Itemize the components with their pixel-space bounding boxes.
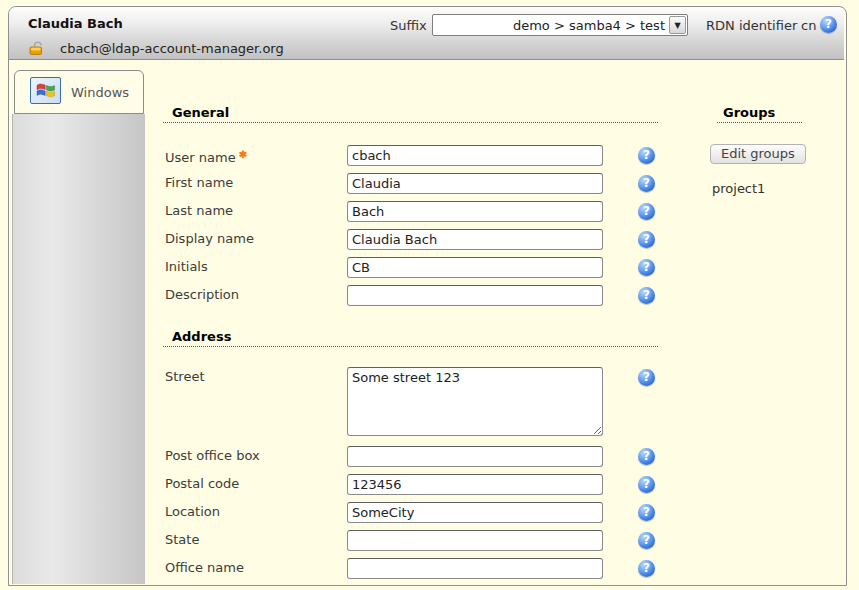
- field-label: Description: [165, 285, 239, 305]
- help-icon[interactable]: ?: [820, 16, 837, 33]
- field-label: Street: [165, 367, 205, 387]
- help-icon[interactable]: ?: [638, 287, 655, 304]
- lam-account-edit-page: Claudia Bach cbach@ldap-account-manager.…: [0, 0, 859, 590]
- help-icon[interactable]: ?: [638, 560, 655, 577]
- account-dn: cbach@ldap-account-manager.org: [60, 41, 284, 56]
- unlocked-padlock-icon: [29, 41, 47, 58]
- description-input[interactable]: [347, 285, 603, 306]
- tab-windows[interactable]: Windows: [14, 70, 144, 114]
- state-input[interactable]: [347, 530, 603, 551]
- group-member-item: project1: [712, 181, 765, 196]
- field-label: First name: [165, 173, 233, 193]
- rdn-identifier-label: RDN identifier: [706, 18, 797, 33]
- form-row-initials: Initials ?: [165, 257, 695, 279]
- field-label: Post office box: [165, 446, 260, 466]
- help-icon[interactable]: ?: [638, 504, 655, 521]
- form-row-last-name: Last name ?: [165, 201, 695, 223]
- help-icon[interactable]: ?: [638, 532, 655, 549]
- required-marker-icon: ✱: [239, 149, 247, 160]
- field-label: User name✱: [165, 145, 247, 168]
- tab-windows-label: Windows: [71, 85, 129, 100]
- help-icon[interactable]: ?: [638, 231, 655, 248]
- form-row-display-name: Display name ?: [165, 229, 695, 251]
- help-icon[interactable]: ?: [638, 203, 655, 220]
- location-input[interactable]: [347, 502, 603, 523]
- help-icon[interactable]: ?: [638, 369, 655, 386]
- form-row-user-name: User name✱ ?: [165, 145, 695, 167]
- help-icon[interactable]: ?: [638, 147, 655, 164]
- field-label: Initials: [165, 257, 208, 277]
- form-row-description: Description ?: [165, 285, 695, 307]
- field-label: Last name: [165, 201, 233, 221]
- page-title: Claudia Bach: [28, 16, 123, 31]
- suffix-select[interactable]: demo > samba4 > test ▼: [432, 14, 688, 36]
- field-label: Office name: [165, 558, 244, 578]
- form-row-location: Location ?: [165, 502, 695, 524]
- help-icon[interactable]: ?: [638, 448, 655, 465]
- section-heading-groups: Groups: [717, 105, 802, 123]
- tab-column-background: [12, 114, 145, 584]
- field-label: Postal code: [165, 474, 239, 494]
- windows-logo-icon: [30, 77, 61, 104]
- form-row-state: State ?: [165, 530, 695, 552]
- form-row-street: Street ?: [165, 367, 695, 439]
- display-name-input[interactable]: [347, 229, 603, 250]
- chevron-down-icon: ▼: [669, 16, 686, 34]
- form-row-postal-code: Postal code ?: [165, 474, 695, 496]
- form-row-first-name: First name ?: [165, 173, 695, 195]
- form-row-post-office-box: Post office box ?: [165, 446, 695, 468]
- rdn-identifier-value: cn: [801, 18, 816, 33]
- edit-groups-button[interactable]: Edit groups: [710, 144, 806, 164]
- user-name-input[interactable]: [347, 145, 603, 166]
- help-icon[interactable]: ?: [638, 476, 655, 493]
- help-icon[interactable]: ?: [638, 175, 655, 192]
- suffix-label: Suffix: [390, 18, 427, 33]
- post-office-box-input[interactable]: [347, 446, 603, 467]
- form-row-office-name: Office name ?: [165, 558, 695, 580]
- first-name-input[interactable]: [347, 173, 603, 194]
- field-label: Location: [165, 502, 220, 522]
- section-heading-general: General: [163, 105, 658, 123]
- street-textarea[interactable]: [347, 367, 603, 436]
- last-name-input[interactable]: [347, 201, 603, 222]
- field-label: Display name: [165, 229, 254, 249]
- section-heading-address: Address: [163, 329, 658, 347]
- initials-input[interactable]: [347, 257, 603, 278]
- help-icon[interactable]: ?: [638, 259, 655, 276]
- field-label: State: [165, 530, 199, 550]
- suffix-selected-value: demo > samba4 > test: [433, 18, 669, 33]
- office-name-input[interactable]: [347, 558, 603, 579]
- postal-code-input[interactable]: [347, 474, 603, 495]
